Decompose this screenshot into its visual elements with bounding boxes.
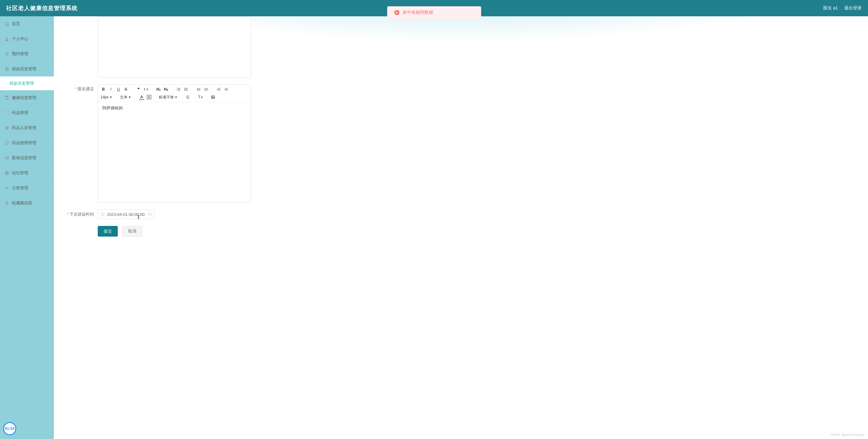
h1-button[interactable]: H₁ [155,86,162,93]
font-size-select[interactable]: 14px▾ [100,94,114,100]
circle-icon [4,140,9,145]
svg-point-45 [212,96,213,97]
sidebar-item-label: 药品入库管理 [12,125,46,131]
sidebar-item-label: 药品使用管理 [12,140,46,146]
svg-rect-13 [5,157,9,159]
chevron-down-icon: ﹀ [46,53,50,55]
unordered-list-button[interactable] [183,86,189,93]
list-icon [4,51,9,56]
sidebar-item-health-info[interactable]: 健康信息管理 ﹀ [0,90,54,105]
app-title: 社区老人健康信息管理系统 [6,4,78,12]
logout-link[interactable]: 退出登录 [844,5,862,11]
chevron-up-icon: ︿ [46,68,50,70]
strike-button[interactable]: S [122,86,129,93]
sidebar-item-profile[interactable]: 个人中心 ﹀ [0,31,54,47]
date-value: 2023-04-01 00:00:00 [107,212,145,217]
indent-button[interactable] [223,86,229,93]
chevron-down-icon: ﹀ [46,96,50,99]
mic-icon [4,201,9,206]
chevron-down-icon: ﹀ [46,187,50,189]
document-icon [4,66,9,71]
sidebar-item-forum[interactable]: 论坛管理 ﹀ [0,166,54,180]
person-icon [4,36,9,41]
editor-prev[interactable] [98,16,251,78]
font-kind-select[interactable]: 文本▾ [119,94,132,100]
sidebar-item-label: 医保信息管理 [12,155,46,161]
bold-button[interactable]: B [100,86,107,93]
chevron-down-icon: ﹀ [46,126,50,129]
error-toast: ✕ 表中有相同数据 [387,6,481,19]
bg-color-button[interactable]: A [146,94,153,100]
sidebar-item-home[interactable]: 首页 [0,16,54,31]
sidebar-item-drug-use[interactable]: 药品使用管理 ﹀ [0,135,54,150]
bars-icon [4,185,9,191]
form-row-next-time: *下次就诊时间 2023-04-01 00:00:00 I [63,210,859,219]
advice-editor-content[interactable]: 阿萨德哈的 [98,102,251,202]
font-family-select[interactable]: 标准字体▾ [158,94,179,100]
quote-button[interactable]: ❝ [135,86,142,93]
form-buttons: 提交 取消 [63,226,859,237]
sidebar-item-drug[interactable]: 药品管理 ﹀ [0,105,54,120]
next-time-input[interactable]: 2023-04-01 00:00:00 I [98,210,155,219]
superscript-button[interactable]: x2 [203,86,210,93]
sidebar-submenu: 就诊历史管理 [0,77,54,90]
svg-point-11 [6,127,7,128]
svg-rect-16 [7,171,8,173]
sidebar-subitem-visit-history[interactable]: 就诊历史管理 [0,77,54,90]
outdent-button[interactable] [215,86,222,93]
subscript-button[interactable]: x2 [195,86,202,93]
advice-label: *医生建议 [63,84,98,203]
submit-button[interactable]: 提交 [98,226,118,237]
cancel-button[interactable]: 取消 [122,226,142,237]
svg-rect-15 [5,171,7,173]
clear-format-button[interactable]: T✕ [197,94,204,100]
svg-point-12 [5,141,8,144]
clock-suffix-icon [148,212,152,216]
italic-button[interactable]: I [107,86,114,93]
svg-rect-22 [6,202,7,203]
ordered-list-button[interactable]: 123 [175,86,182,93]
caret-icon: ▾ [110,95,112,99]
rich-editor: B I U S ❝ H₁ H₂ 123 [98,84,251,203]
font-color-button[interactable]: A [138,94,145,100]
sidebar-item-carousel[interactable]: 轮播图信息 ﹀ [0,196,54,211]
card-icon [4,155,9,160]
caret-icon: ▾ [129,95,131,99]
sidebar-item-appointment[interactable]: 预约管理 ﹀ [0,47,54,61]
chevron-down-icon: ﹀ [46,142,50,144]
chevron-down-icon: ﹀ [46,112,50,114]
underline-button[interactable]: U [115,86,122,93]
sidebar-item-label: 健康信息管理 [12,95,46,100]
sidebar: 首页 个人中心 ﹀ 预约管理 ﹀ 就诊历史管理 ︿ 就诊历史管理 健康信息管理 … [0,16,54,439]
align-button[interactable] [185,94,191,100]
caret-icon: ▾ [175,95,177,99]
sidebar-item-label: 首页 [12,21,50,27]
h2-button[interactable]: H₂ [162,86,169,93]
svg-rect-17 [5,173,7,175]
chevron-down-icon: ﹀ [46,38,50,40]
home-icon [4,21,9,26]
form-row-prev [63,16,859,78]
clock-icon [100,212,105,216]
svg-point-10 [5,126,8,129]
current-user[interactable]: 医生 a1 [823,5,838,11]
sidebar-item-insurance[interactable]: 医保信息管理 ﹀ [0,150,54,166]
main-content: *医生建议 B I U S ❝ H₁ [54,16,868,439]
sidebar-item-announce[interactable]: 公告管理 ﹀ [0,180,54,196]
clipboard-icon [4,95,9,100]
sidebar-item-visit-history[interactable]: 就诊历史管理 ︿ [0,61,54,77]
sidebar-item-label: 药品管理 [12,110,46,116]
toast-text: 表中有相同数据 [403,10,433,16]
error-icon: ✕ [394,10,399,15]
next-time-label: *下次就诊时间 [63,210,98,219]
sidebar-item-label: 轮播图信息 [12,200,46,206]
sidebar-item-label: 公告管理 [12,185,46,191]
image-button[interactable] [210,94,216,100]
chevron-down-icon: ﹀ [46,202,50,204]
svg-point-0 [6,37,8,39]
sidebar-item-drug-in[interactable]: 药品入库管理 ﹀ [0,120,54,135]
target-icon [4,125,9,130]
timer-badge[interactable]: 01:54 [3,422,16,435]
code-button[interactable] [143,86,149,93]
sidebar-item-label: 论坛管理 [12,170,46,176]
